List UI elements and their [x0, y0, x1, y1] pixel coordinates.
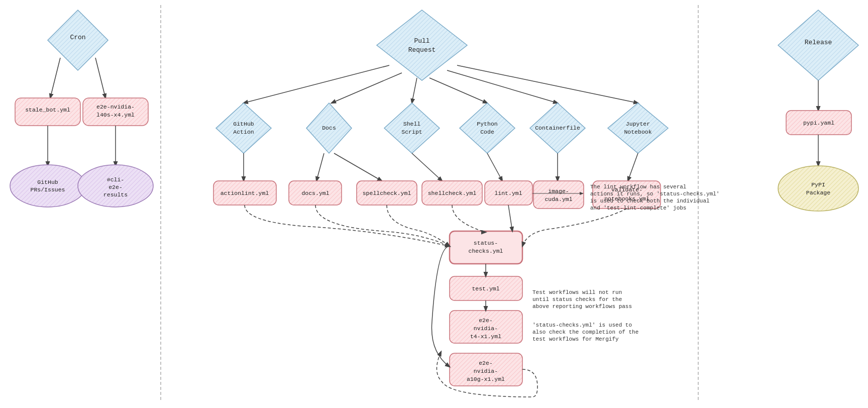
svg-marker-33: [460, 103, 515, 153]
svg-text:PRs/Issues: PRs/Issues: [30, 186, 65, 193]
svg-text:test.yml: test.yml: [472, 285, 499, 292]
svg-text:spellcheck.yml: spellcheck.yml: [363, 190, 411, 196]
lint-annotation-text4: and 'test-lint-complete' jobs: [590, 205, 686, 211]
test-annotation1-text2: until status checks for the: [532, 296, 622, 302]
svg-text:e2e-: e2e-: [479, 317, 493, 324]
svg-marker-25: [216, 103, 271, 153]
github-prs-node: GitHub PRs/Issues: [10, 165, 85, 207]
lint-node: lint.yml: [485, 181, 532, 205]
arrow-shell-shellcheck: [412, 153, 442, 181]
svg-text:Code: Code: [480, 129, 494, 135]
github-action-diamond: GitHub Action: [216, 103, 271, 153]
docs-node: docs.yml: [289, 181, 342, 205]
svg-text:checks.yml: checks.yml: [468, 248, 503, 254]
svg-text:t4-x1.yml: t4-x1.yml: [470, 333, 501, 340]
stale-bot-node: stale_bot.yml: [15, 98, 80, 126]
arrow-actionlint-statuschecks: [245, 205, 450, 246]
arrow-docs-spellcheck: [334, 153, 382, 181]
svg-marker-38: [608, 103, 668, 153]
svg-text:status-: status-: [474, 240, 498, 246]
arrow-validate-statuschecks: [522, 209, 627, 246]
release-trigger: Release: [778, 10, 858, 80]
svg-text:Notebook: Notebook: [624, 129, 652, 135]
arrow-cron-e2e: [95, 58, 105, 98]
test-annotation1-text3: above reporting workflows pass: [532, 303, 632, 310]
svg-text:lint.yml: lint.yml: [494, 190, 522, 196]
svg-text:Shell: Shell: [403, 121, 421, 127]
e2e-nvidia-node: e2e-nvidia- l40s-x4.yml: [83, 98, 148, 126]
svg-text:e2e-nvidia-: e2e-nvidia-: [96, 104, 135, 110]
svg-text:e2e-: e2e-: [108, 184, 123, 190]
pypi-package-node: PyPI Package: [778, 166, 858, 211]
svg-text:Pull: Pull: [414, 37, 429, 45]
svg-text:Request: Request: [408, 46, 436, 54]
arrow-pr-jupyter: [457, 65, 638, 103]
svg-text:Script: Script: [401, 129, 422, 135]
test-annotation2-text3: test workflows for Mergify: [532, 336, 619, 342]
lint-annotation-text3: is used to check both the individual: [590, 198, 710, 204]
svg-text:Jupyter: Jupyter: [626, 121, 650, 127]
svg-text:cuda.yml: cuda.yml: [545, 196, 572, 202]
pull-request-trigger: Pull Request: [377, 10, 467, 80]
svg-text:docs.yml: docs.yml: [301, 190, 329, 196]
lint-annotation-text: The lint workflow has several: [590, 184, 686, 190]
svg-point-15: [10, 165, 85, 207]
svg-rect-51: [533, 181, 584, 209]
arrow-python-lint: [487, 153, 502, 181]
svg-text:a10g-x1.yml: a10g-x1.yml: [467, 376, 505, 382]
cron-trigger: Cron: [48, 10, 108, 70]
actionlint-node: actionlint.yml: [213, 181, 276, 205]
test-node: test.yml: [450, 276, 522, 300]
arrow-pr-github-action: [244, 65, 389, 103]
svg-point-74: [778, 166, 858, 211]
arrow-pr-shell: [412, 78, 417, 103]
spellcheck-node: spellcheck.yml: [357, 181, 417, 205]
svg-text:Package: Package: [806, 189, 830, 196]
svg-text:Containerfile: Containerfile: [535, 125, 580, 131]
svg-text:PyPI: PyPI: [811, 181, 825, 188]
svg-text:Python: Python: [477, 121, 497, 127]
svg-text:e2e-: e2e-: [479, 360, 493, 366]
lint-annotation-text2: actions it runs, so 'status-checks.yml': [590, 191, 719, 197]
svg-text:l40s-x4.yml: l40s-x4.yml: [96, 112, 135, 118]
arrow-jupyter-validatenotebooks: [628, 153, 638, 181]
svg-text:stale_bot.yml: stale_bot.yml: [25, 107, 70, 113]
svg-text:nvidia-: nvidia-: [474, 368, 498, 374]
image-cuda-node: image- cuda.yml: [533, 181, 584, 209]
shellcheck-node: shellcheck.yml: [422, 181, 482, 205]
arrow-lint-statuschecks: [508, 205, 512, 231]
svg-text:Action: Action: [233, 129, 254, 135]
svg-text:Release: Release: [805, 39, 832, 46]
arrow-cron-stalebot: [50, 58, 60, 98]
svg-text:GitHub: GitHub: [37, 179, 58, 185]
arrow-pr-containerfile: [447, 70, 558, 103]
svg-text:#cli-: #cli-: [107, 176, 125, 183]
shell-script-diamond: Shell Script: [384, 103, 440, 153]
svg-text:nvidia-: nvidia-: [474, 325, 498, 332]
cli-e2e-results-node: #cli- e2e- results: [78, 165, 153, 207]
svg-text:actionlint.yml: actionlint.yml: [221, 190, 269, 196]
svg-text:shellcheck.yml: shellcheck.yml: [428, 190, 477, 196]
svg-marker-30: [384, 103, 440, 153]
svg-text:Docs: Docs: [322, 125, 336, 131]
svg-text:GitHub: GitHub: [233, 121, 254, 127]
docs-diamond: Docs: [306, 103, 352, 153]
arrow-pr-python: [429, 78, 487, 103]
svg-marker-22: [377, 10, 467, 80]
python-code-diamond: Python Code: [460, 103, 515, 153]
svg-text:Cron: Cron: [70, 34, 85, 41]
test-annotation2-text2: also check the completion of the: [532, 329, 638, 335]
arrow-statuschecks-e2e-a10g: [431, 246, 450, 367]
e2e-a10g-node: e2e- nvidia- a10g-x1.yml: [450, 353, 522, 386]
arrow-docs-docsyml: [316, 153, 324, 181]
e2e-t4-node: e2e- nvidia- t4-x1.yml: [450, 311, 522, 343]
containerfile-diamond: Containerfile: [530, 103, 585, 153]
svg-text:pypi.yaml: pypi.yaml: [803, 120, 834, 126]
arrow-shellcheck-statuschecks: [452, 205, 486, 232]
test-annotation1-text1: Test workflows will not run: [532, 289, 622, 295]
svg-text:results: results: [103, 191, 128, 198]
arrow-docs-statuschecks: [315, 205, 450, 246]
jupyter-notebook-diamond: Jupyter Notebook: [608, 103, 668, 153]
pypi-node: pypi.yaml: [786, 111, 851, 135]
test-annotation2-text1: 'status-checks.yml' is used to: [532, 322, 632, 328]
